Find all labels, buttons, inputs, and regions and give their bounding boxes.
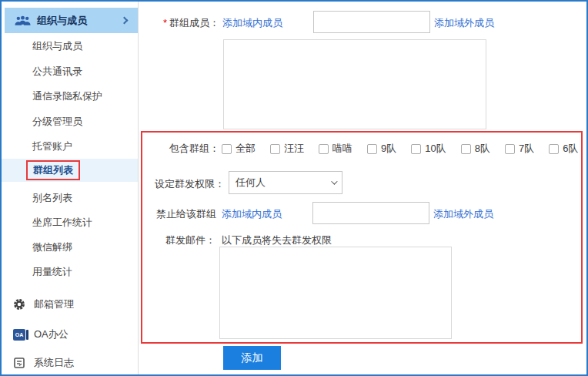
sidebar-item-agent-stats[interactable]: 坐席工作统计 [2,210,138,235]
checkbox-team6[interactable]: 6队 [549,142,578,156]
forbid-add-internal-link[interactable]: 添加域内成员 [222,207,282,221]
checkbox-team10[interactable]: 10队 [411,142,446,156]
sidebar-item-label: 别名列表 [32,191,72,205]
oa-icon: OA [11,329,28,341]
sidebar-item-label: 用量统计 [32,265,72,279]
sidebar-item-label: 微信解绑 [32,240,72,254]
sidebar-item-managed-accounts[interactable]: 托管账户 [2,134,138,159]
checkbox-icon[interactable] [222,144,232,154]
checkbox-wangwang[interactable]: 汪汪 [270,142,304,156]
sidebar-item-public-contacts[interactable]: 公共通讯录 [2,59,138,84]
checkbox-icon[interactable] [411,144,421,154]
sidebar-item-label-selected: 群组列表 [26,160,80,180]
checkbox-icon[interactable] [319,144,329,154]
group-member-input[interactable] [313,11,430,33]
sidebar-parent-label: 邮箱管理 [34,297,74,311]
sidebar-item-label: 公共通讯录 [32,65,82,79]
send-permission-select[interactable]: 任何人 [229,171,342,194]
sidebar-item-system-log[interactable]: 系统日志 [2,351,138,375]
checkbox-team7[interactable]: 7队 [505,142,534,156]
log-icon [11,358,28,368]
group-form-area: *群组成员： 添加域内成员 添加域外成员 包含群组： 全部 汪汪 喵喵 9队 1… [139,2,586,374]
sidebar-item-contacts-privacy[interactable]: 通信录隐私保护 [2,84,138,109]
checkbox-all[interactable]: 全部 [222,142,256,156]
checkbox-icon[interactable] [461,144,471,154]
checkbox-team9[interactable]: 9队 [367,142,396,156]
mass-mail-textarea[interactable] [219,247,452,339]
sidebar-item-label: 托管账户 [32,139,72,153]
mass-mail-label: 群发邮件： [142,233,215,247]
include-groups-label: 包含群组： [146,142,219,156]
mass-mail-hint: 以下成员将失去群发权限 [222,233,391,247]
forbid-add-external-link[interactable]: 添加域外成员 [433,207,493,221]
sidebar-item-label: 通信录隐私保护 [32,89,102,103]
forbid-group-input[interactable] [312,202,429,224]
sidebar-item-wechat-unbind[interactable]: 微信解绑 [2,235,138,260]
sidebar: 组织与成员 组织与成员 公共通讯录 通信录隐私保护 分级管理员 托管账户 群组列… [2,2,139,374]
checkbox-icon[interactable] [367,144,377,154]
sidebar-parent-label: 组织与成员 [37,14,87,28]
send-permission-label: 设定群发权限： [152,177,225,191]
sidebar-parent-label: 系统日志 [34,356,74,370]
users-icon [14,15,31,26]
required-asterisk: * [163,17,167,29]
sidebar-item-group-list[interactable]: 群组列表 [2,159,138,182]
sidebar-item-org-members-parent[interactable]: 组织与成员 [5,8,138,33]
group-members-label: *群组成员： [146,16,219,30]
sidebar-item-tiered-admins[interactable]: 分级管理员 [2,109,138,134]
forbid-group-label: 禁止给该群组 [141,207,221,221]
checkbox-miaomiao[interactable]: 喵喵 [319,142,352,156]
chevron-right-icon [121,17,129,25]
sidebar-item-label: 组织与成员 [32,39,82,53]
admin-console-window: 组织与成员 组织与成员 公共通讯录 通信录隐私保护 分级管理员 托管账户 群组列… [0,0,588,376]
checkbox-icon[interactable] [270,144,280,154]
checkbox-icon[interactable] [505,144,515,154]
add-button[interactable]: 添加 [223,346,281,370]
sidebar-item-org-members[interactable]: 组织与成员 [2,34,138,59]
sidebar-item-oa-office[interactable]: OA OA办公 [2,322,138,347]
include-groups-row: 全部 汪汪 喵喵 9队 10队 8队 7队 6队 5队 [222,142,583,156]
sidebar-parent-label: OA办公 [34,327,68,341]
group-members-textarea[interactable] [223,39,486,129]
sidebar-item-mailbox-management[interactable]: 邮箱管理 [2,292,138,317]
sidebar-item-usage-stats[interactable]: 用量统计 [2,260,138,284]
annotation-red-box: 包含群组： 全部 汪汪 喵喵 9队 10队 8队 7队 6队 5队 设定群发权限… [141,131,583,344]
add-internal-member-link[interactable]: 添加域内成员 [222,16,282,30]
add-external-member-link[interactable]: 添加域外成员 [434,16,494,30]
sidebar-item-label: 分级管理员 [32,115,82,129]
checkbox-icon[interactable] [549,144,559,154]
sidebar-item-label: 坐席工作统计 [32,216,92,230]
checkbox-team8[interactable]: 8队 [461,142,490,156]
gear-icon [11,298,28,311]
select-value: 任何人 [236,176,266,190]
sidebar-item-alias-list[interactable]: 别名列表 [2,186,138,210]
chevron-down-icon [331,178,337,184]
